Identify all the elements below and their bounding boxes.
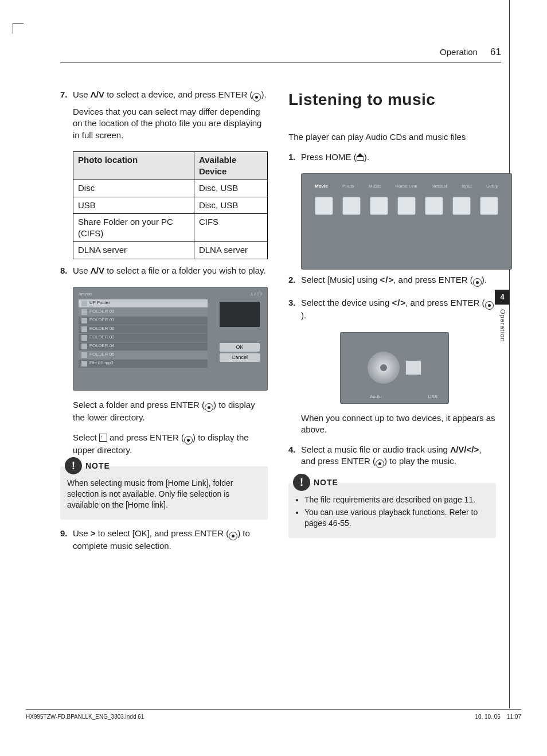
step-1: 1. Press HOME (). [288,151,496,167]
photo-location-table: Photo location Available Device DiscDisc… [73,151,268,259]
folder-instruction-2: Select and press ENTER () to display the… [73,432,268,456]
enter-icon [376,459,384,468]
note-title: NOTE [85,461,110,471]
netcast-icon [425,197,443,215]
note-item: The file requirements are described on p… [304,494,489,505]
folder-icon [81,344,87,349]
running-header: Operation 61 [60,46,501,63]
home-tab: Home Link [395,184,417,190]
folder-icon [81,309,87,315]
note-title: NOTE [314,477,338,488]
enter-icon [252,93,261,102]
device-caption: When you connect up to two devices, it a… [301,412,496,436]
udlr-arrows: Λ/V/</> [450,445,479,454]
table-row: Share Folder on your PC (CIFS)CIFS [73,213,268,242]
home-tab: Music [369,184,381,190]
left-right-arrows: / [380,275,394,285]
side-tab-number: 4 [495,290,510,305]
homelink-icon [397,197,416,215]
page-number: 61 [490,46,501,57]
th-available-device: Available Device [194,151,267,180]
footer: HX995TZW-FD.BPANLLK_ENG_3803.indd 61 10.… [26,709,521,721]
setup-icon [480,197,498,215]
left-column: 7. Use Λ/V to select a device, and press… [60,89,268,562]
crop-mark [13,23,24,34]
device-select-screenshot: Audio USB [340,332,449,404]
right-arrow: > [91,528,96,538]
home-icon [357,154,364,161]
table-row: USBDisc, USB [73,197,268,213]
enter-icon [473,278,482,287]
up-down-arrows: Λ/V [91,89,104,99]
folder-browser-screenshot: /music1 / 29 UP Folder FOLDER 00 FOLDER … [73,287,268,391]
step-7-line1: Use Λ/V to select a device, and press EN… [73,89,268,102]
home-tab: Movie [315,184,328,190]
movie-icon [315,197,333,215]
side-tab: 4 Operation [495,290,510,346]
folder-icon [81,352,87,358]
music-icon [370,197,388,215]
photo-icon [342,197,361,215]
cancel-button: Cancel [220,353,260,362]
enter-icon [205,403,213,412]
enter-icon [485,301,494,310]
footer-datetime: 10. 10. 06 11:07 [475,713,521,721]
section-heading: Listening to music [288,89,496,111]
enter-icon [184,436,193,445]
folder-icon [81,326,87,332]
step-7-line2: Devices that you can select may differ d… [73,106,268,141]
folder-icon [81,335,87,341]
note-item: You can use various playback functions. … [304,507,489,529]
enter-icon [229,532,237,540]
intro-text: The player can play Audio CDs and music … [288,131,496,143]
note-badge-icon: ! [65,457,82,474]
step-8: 8. Use Λ/V to select a file or a folder … [60,265,268,281]
disc-icon [368,352,400,384]
step-9: 9. Use > to select [OK], and press ENTER… [60,528,268,556]
home-tab: Input [462,184,472,190]
note-box: ! NOTE The file requirements are describ… [288,483,496,538]
note-body: When selecting music from [Home Link], f… [67,478,261,511]
usb-icon [405,360,421,375]
up-folder-icon [81,301,87,306]
home-tab: Photo [342,184,354,190]
note-box: ! NOTE When selecting music from [Home L… [60,466,268,520]
folder-icon [81,318,87,324]
left-right-arrows: / [392,298,405,307]
home-menu-screenshot: Movie Photo Music Home Link Netcast Inpu… [301,173,512,270]
home-tab: Netcast [432,184,447,190]
right-column: Listening to music The player can play A… [288,89,496,562]
step-9-text: Use > to select [OK], and press ENTER ()… [73,528,268,552]
up-directory-icon [99,434,107,442]
footer-file: HX995TZW-FD.BPANLLK_ENG_3803.indd 61 [26,713,144,721]
table-row: DiscDisc, USB [73,180,268,197]
note-badge-icon: ! [293,474,310,491]
crop-line-right [509,0,510,708]
step-2: 2. Select [Music] using /, and press ENT… [288,274,496,291]
step-8-text: Use Λ/V to select a file or a folder you… [73,265,268,276]
home-tab: Setup [486,184,498,190]
step-7: 7. Use Λ/V to select a device, and press… [60,89,268,146]
step-4: 4. Select a music file or audio track us… [288,444,496,473]
preview-thumbnail [220,302,260,327]
header-section: Operation [440,47,478,57]
file-icon [81,361,87,367]
folder-instruction-1: Select a folder and press ENTER () to di… [73,399,268,423]
side-tab-label: Operation [495,305,510,346]
step-3: 3. Select the device using /, and press … [288,297,496,326]
content-columns: 7. Use Λ/V to select a device, and press… [60,89,496,562]
input-icon [452,197,471,215]
manual-page: Operation 61 7. Use Λ/V to select a devi… [0,0,547,756]
up-down-arrows: Λ/V [91,266,104,275]
th-photo-location: Photo location [73,151,194,180]
table-row: DLNA serverDLNA server [73,242,268,259]
ok-button: OK [220,343,260,352]
